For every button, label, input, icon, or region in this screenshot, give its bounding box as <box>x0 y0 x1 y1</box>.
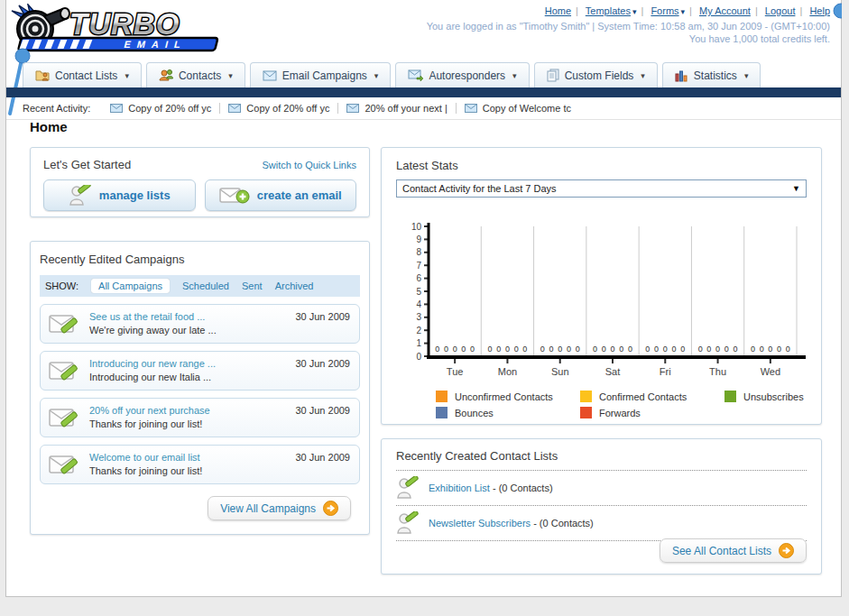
svg-text:10: 10 <box>411 222 422 232</box>
svg-text:4: 4 <box>416 299 421 309</box>
chevron-down-icon: ▾ <box>125 71 129 80</box>
switch-quick-links-link[interactable]: Switch to Quick Links <box>262 160 356 170</box>
contact-list-row[interactable]: Exhibition List - (0 Contacts) <box>396 471 807 506</box>
campaign-title-link[interactable]: 20% off your next purchase <box>89 404 210 418</box>
stats-period-value: Contact Activity for the Last 7 Days <box>402 183 557 194</box>
campaign-row[interactable]: Introducing our new range ... Introducin… <box>40 351 360 391</box>
recent-activity-item[interactable]: Copy of 20% off yc <box>228 103 338 114</box>
statistics-icon <box>675 69 688 82</box>
svg-text:0: 0 <box>549 345 553 354</box>
nav-help-link[interactable]: Help <box>809 5 830 16</box>
contact-list-link[interactable]: Exhibition List <box>429 483 490 493</box>
filter-all-campaigns[interactable]: All Campaigns <box>91 279 170 293</box>
campaign-row[interactable]: Welcome to our email list Thanks for joi… <box>40 445 360 484</box>
chevron-down-icon: ▾ <box>632 7 637 16</box>
svg-text:0: 0 <box>576 345 580 354</box>
contact-lists-title: Recently Created Contact Lists <box>396 449 558 463</box>
tab-custom-fields[interactable]: Custom Fields ▾ <box>534 62 658 87</box>
campaign-title-link[interactable]: Introducing our new range ... <box>89 357 216 371</box>
login-info: You are logged in as "Timothy Smith" | S… <box>427 20 830 45</box>
campaign-subtitle: Thanks for joining our list! <box>89 464 202 478</box>
login-status-text: You are logged in as "Timothy Smith" | S… <box>427 20 830 32</box>
chart-legend: Unconfirmed Contacts Confirmed Contacts … <box>436 391 807 418</box>
show-label: SHOW: <box>45 280 78 291</box>
recent-activity-label: Recent Activity: <box>23 103 90 114</box>
envelope-pencil-icon <box>48 452 80 477</box>
svg-text:0: 0 <box>715 345 720 354</box>
campaign-row[interactable]: See us at the retail food ... We're givi… <box>40 304 360 344</box>
contact-lists-icon <box>35 69 50 82</box>
contact-list-link[interactable]: Newsletter Subscribers <box>429 518 531 529</box>
nav-templates-link[interactable]: Templates <box>586 5 631 16</box>
tab-statistics[interactable]: Statistics ▾ <box>662 62 761 87</box>
activity-text: Copy of 20% off yc <box>246 103 329 114</box>
svg-text:Thu: Thu <box>709 366 726 377</box>
campaign-date: 30 Jun 2009 <box>295 405 350 416</box>
tab-email-campaigns[interactable]: Email Campaigns ▾ <box>250 62 392 87</box>
legend-item: Confirmed Contacts <box>580 391 724 402</box>
svg-text:0: 0 <box>505 345 510 354</box>
envelope-icon <box>346 104 359 113</box>
svg-text:0: 0 <box>416 352 421 362</box>
turbo-email-logo-art: TURBO EMAIL <box>10 4 246 54</box>
activity-text: Copy of 20% off yc <box>128 103 211 114</box>
tab-label: Contact Lists <box>55 69 117 82</box>
chart-area: 012345678910TueMonSunSatFriThuWed0000000… <box>396 219 807 385</box>
svg-text:7: 7 <box>416 261 421 271</box>
nav-forms-link[interactable]: Forms <box>651 5 678 16</box>
tab-contacts[interactable]: Contacts ▾ <box>146 62 245 87</box>
svg-text:0: 0 <box>540 345 545 354</box>
nav-logout-link[interactable]: Logout <box>765 5 796 16</box>
campaign-row[interactable]: 20% off your next purchase Thanks for jo… <box>40 398 360 437</box>
see-all-contact-lists-button[interactable]: See All Contact Lists <box>660 538 807 563</box>
nav-my-account-link[interactable]: My Account <box>699 5 751 16</box>
campaign-subtitle: Introducing our new Italia ... <box>89 371 216 384</box>
recent-activity-item[interactable]: Copy of Welcome tc <box>465 103 579 114</box>
campaign-date: 30 Jun 2009 <box>295 311 350 322</box>
filter-scheduled[interactable]: Scheduled <box>182 280 229 291</box>
envelope-icon <box>228 104 241 113</box>
filter-sent[interactable]: Sent <box>242 280 263 291</box>
campaign-title-link[interactable]: See us at the retail food ... <box>89 310 217 324</box>
svg-text:Sat: Sat <box>605 366 621 377</box>
svg-text:0: 0 <box>654 345 659 354</box>
get-started-panel: Let's Get Started Switch to Quick Links … <box>30 147 370 217</box>
svg-text:0: 0 <box>628 345 632 354</box>
recent-campaigns-panel: Recently Edited Campaigns SHOW: All Camp… <box>30 241 370 535</box>
view-all-campaigns-button[interactable]: View All Campaigns <box>208 496 351 520</box>
svg-text:0: 0 <box>645 345 650 354</box>
recent-activity-bar: Recent Activity: Copy of 20% off yc Copy… <box>6 97 841 120</box>
campaign-date: 30 Jun 2009 <box>295 452 350 463</box>
nav-home-link[interactable]: Home <box>545 5 571 16</box>
chevron-down-icon: ▾ <box>641 71 645 80</box>
svg-text:0: 0 <box>751 345 755 354</box>
tab-contact-lists[interactable]: Contact Lists ▾ <box>23 62 142 87</box>
campaign-title-link[interactable]: Welcome to our email list <box>89 451 202 464</box>
svg-text:1: 1 <box>416 338 421 348</box>
svg-text:Sun: Sun <box>551 366 569 377</box>
svg-text:0: 0 <box>444 345 448 354</box>
recent-activity-item[interactable]: Copy of 20% off yc <box>110 103 220 114</box>
filter-archived[interactable]: Archived <box>275 280 314 291</box>
chevron-down-icon: ▾ <box>744 71 749 80</box>
svg-text:Wed: Wed <box>761 366 780 377</box>
svg-text:0: 0 <box>558 345 562 354</box>
activity-text: Copy of Welcome tc <box>483 103 571 114</box>
turbo-email-logo: TURBO EMAIL <box>10 4 246 56</box>
svg-text:0: 0 <box>514 345 519 354</box>
recent-activity-item[interactable]: 20% off your next | <box>346 103 456 114</box>
campaigns-title: Recently Edited Campaigns <box>40 253 184 266</box>
latest-stats-title: Latest Stats <box>396 159 458 172</box>
contact-list-count: - (0 Contacts) <box>490 483 553 493</box>
create-email-button[interactable]: create an email <box>205 179 357 211</box>
envelope-icon <box>465 104 477 113</box>
contact-list-row[interactable]: Newsletter Subscribers - (0 Contacts) <box>396 506 807 541</box>
svg-text:0: 0 <box>777 345 781 354</box>
tab-label: Contacts <box>179 69 221 82</box>
legend-item: Unconfirmed Contacts <box>436 391 580 402</box>
chevron-down-icon: ▾ <box>374 71 379 80</box>
manage-lists-button[interactable]: manage lists <box>43 179 196 211</box>
tab-autoresponders[interactable]: Autoresponders ▾ <box>395 62 529 87</box>
see-all-contact-lists-label: See All Contact Lists <box>672 545 771 557</box>
stats-period-select[interactable]: Contact Activity for the Last 7 Days ▼ <box>396 179 807 198</box>
